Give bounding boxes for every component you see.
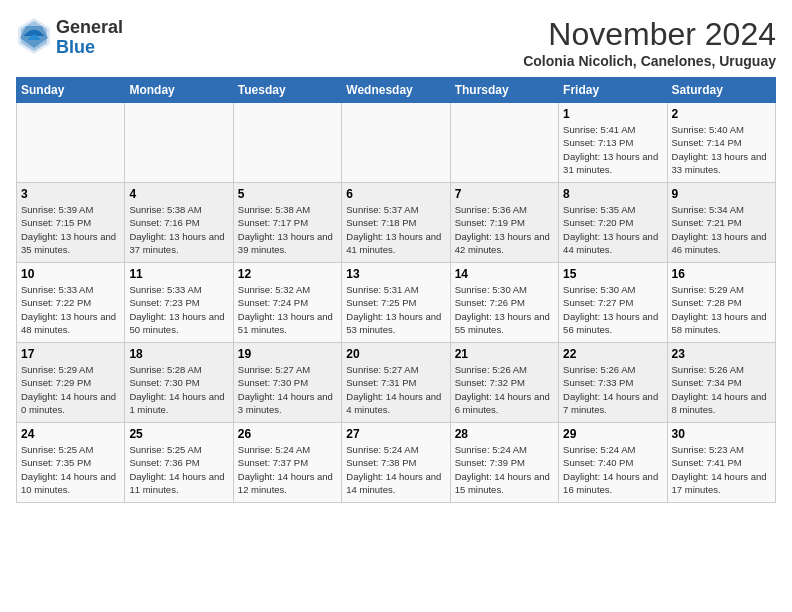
calendar-cell: 20Sunrise: 5:27 AM Sunset: 7:31 PM Dayli… <box>342 343 450 423</box>
day-info: Sunrise: 5:41 AM Sunset: 7:13 PM Dayligh… <box>563 123 662 176</box>
day-info: Sunrise: 5:31 AM Sunset: 7:25 PM Dayligh… <box>346 283 445 336</box>
day-number: 25 <box>129 427 228 441</box>
calendar-cell <box>233 103 341 183</box>
calendar-cell: 28Sunrise: 5:24 AM Sunset: 7:39 PM Dayli… <box>450 423 558 503</box>
day-number: 13 <box>346 267 445 281</box>
calendar-cell: 17Sunrise: 5:29 AM Sunset: 7:29 PM Dayli… <box>17 343 125 423</box>
day-header-saturday: Saturday <box>667 78 775 103</box>
day-info: Sunrise: 5:26 AM Sunset: 7:32 PM Dayligh… <box>455 363 554 416</box>
calendar-cell: 9Sunrise: 5:34 AM Sunset: 7:21 PM Daylig… <box>667 183 775 263</box>
day-info: Sunrise: 5:24 AM Sunset: 7:40 PM Dayligh… <box>563 443 662 496</box>
day-info: Sunrise: 5:30 AM Sunset: 7:26 PM Dayligh… <box>455 283 554 336</box>
location-subtitle: Colonia Nicolich, Canelones, Uruguay <box>523 53 776 69</box>
calendar-cell: 18Sunrise: 5:28 AM Sunset: 7:30 PM Dayli… <box>125 343 233 423</box>
calendar-week-row: 1Sunrise: 5:41 AM Sunset: 7:13 PM Daylig… <box>17 103 776 183</box>
calendar-cell: 23Sunrise: 5:26 AM Sunset: 7:34 PM Dayli… <box>667 343 775 423</box>
calendar-cell: 15Sunrise: 5:30 AM Sunset: 7:27 PM Dayli… <box>559 263 667 343</box>
month-title: November 2024 <box>523 16 776 53</box>
day-info: Sunrise: 5:24 AM Sunset: 7:39 PM Dayligh… <box>455 443 554 496</box>
logo-icon <box>16 16 52 60</box>
day-info: Sunrise: 5:40 AM Sunset: 7:14 PM Dayligh… <box>672 123 771 176</box>
day-header-sunday: Sunday <box>17 78 125 103</box>
day-number: 21 <box>455 347 554 361</box>
calendar-cell <box>342 103 450 183</box>
day-info: Sunrise: 5:24 AM Sunset: 7:37 PM Dayligh… <box>238 443 337 496</box>
day-info: Sunrise: 5:25 AM Sunset: 7:36 PM Dayligh… <box>129 443 228 496</box>
day-number: 24 <box>21 427 120 441</box>
day-number: 10 <box>21 267 120 281</box>
day-info: Sunrise: 5:39 AM Sunset: 7:15 PM Dayligh… <box>21 203 120 256</box>
calendar-cell: 14Sunrise: 5:30 AM Sunset: 7:26 PM Dayli… <box>450 263 558 343</box>
calendar-cell: 29Sunrise: 5:24 AM Sunset: 7:40 PM Dayli… <box>559 423 667 503</box>
day-number: 9 <box>672 187 771 201</box>
day-header-thursday: Thursday <box>450 78 558 103</box>
calendar-cell: 12Sunrise: 5:32 AM Sunset: 7:24 PM Dayli… <box>233 263 341 343</box>
day-number: 14 <box>455 267 554 281</box>
calendar-cell: 5Sunrise: 5:38 AM Sunset: 7:17 PM Daylig… <box>233 183 341 263</box>
calendar-cell: 19Sunrise: 5:27 AM Sunset: 7:30 PM Dayli… <box>233 343 341 423</box>
calendar-cell: 26Sunrise: 5:24 AM Sunset: 7:37 PM Dayli… <box>233 423 341 503</box>
day-number: 29 <box>563 427 662 441</box>
calendar-cell <box>125 103 233 183</box>
day-number: 22 <box>563 347 662 361</box>
day-number: 15 <box>563 267 662 281</box>
day-info: Sunrise: 5:24 AM Sunset: 7:38 PM Dayligh… <box>346 443 445 496</box>
day-number: 17 <box>21 347 120 361</box>
day-header-monday: Monday <box>125 78 233 103</box>
day-number: 12 <box>238 267 337 281</box>
calendar-cell: 8Sunrise: 5:35 AM Sunset: 7:20 PM Daylig… <box>559 183 667 263</box>
day-number: 26 <box>238 427 337 441</box>
day-number: 27 <box>346 427 445 441</box>
day-number: 28 <box>455 427 554 441</box>
calendar-cell: 11Sunrise: 5:33 AM Sunset: 7:23 PM Dayli… <box>125 263 233 343</box>
day-info: Sunrise: 5:36 AM Sunset: 7:19 PM Dayligh… <box>455 203 554 256</box>
day-info: Sunrise: 5:25 AM Sunset: 7:35 PM Dayligh… <box>21 443 120 496</box>
day-info: Sunrise: 5:27 AM Sunset: 7:30 PM Dayligh… <box>238 363 337 416</box>
logo-text: General Blue <box>56 18 123 58</box>
day-info: Sunrise: 5:26 AM Sunset: 7:34 PM Dayligh… <box>672 363 771 416</box>
calendar-cell <box>450 103 558 183</box>
calendar-header-row: SundayMondayTuesdayWednesdayThursdayFrid… <box>17 78 776 103</box>
calendar-cell: 3Sunrise: 5:39 AM Sunset: 7:15 PM Daylig… <box>17 183 125 263</box>
calendar-cell: 4Sunrise: 5:38 AM Sunset: 7:16 PM Daylig… <box>125 183 233 263</box>
day-info: Sunrise: 5:29 AM Sunset: 7:29 PM Dayligh… <box>21 363 120 416</box>
day-number: 8 <box>563 187 662 201</box>
day-number: 3 <box>21 187 120 201</box>
day-info: Sunrise: 5:27 AM Sunset: 7:31 PM Dayligh… <box>346 363 445 416</box>
calendar-cell: 27Sunrise: 5:24 AM Sunset: 7:38 PM Dayli… <box>342 423 450 503</box>
day-info: Sunrise: 5:35 AM Sunset: 7:20 PM Dayligh… <box>563 203 662 256</box>
day-header-tuesday: Tuesday <box>233 78 341 103</box>
calendar-cell: 10Sunrise: 5:33 AM Sunset: 7:22 PM Dayli… <box>17 263 125 343</box>
day-info: Sunrise: 5:29 AM Sunset: 7:28 PM Dayligh… <box>672 283 771 336</box>
calendar-cell: 13Sunrise: 5:31 AM Sunset: 7:25 PM Dayli… <box>342 263 450 343</box>
calendar-cell: 1Sunrise: 5:41 AM Sunset: 7:13 PM Daylig… <box>559 103 667 183</box>
day-number: 5 <box>238 187 337 201</box>
day-info: Sunrise: 5:38 AM Sunset: 7:17 PM Dayligh… <box>238 203 337 256</box>
logo-general: General <box>56 18 123 38</box>
day-info: Sunrise: 5:33 AM Sunset: 7:22 PM Dayligh… <box>21 283 120 336</box>
day-info: Sunrise: 5:23 AM Sunset: 7:41 PM Dayligh… <box>672 443 771 496</box>
calendar-week-row: 24Sunrise: 5:25 AM Sunset: 7:35 PM Dayli… <box>17 423 776 503</box>
calendar-cell <box>17 103 125 183</box>
day-info: Sunrise: 5:37 AM Sunset: 7:18 PM Dayligh… <box>346 203 445 256</box>
logo: General Blue <box>16 16 123 60</box>
calendar-cell: 16Sunrise: 5:29 AM Sunset: 7:28 PM Dayli… <box>667 263 775 343</box>
day-info: Sunrise: 5:30 AM Sunset: 7:27 PM Dayligh… <box>563 283 662 336</box>
calendar-cell: 7Sunrise: 5:36 AM Sunset: 7:19 PM Daylig… <box>450 183 558 263</box>
day-header-friday: Friday <box>559 78 667 103</box>
day-number: 6 <box>346 187 445 201</box>
day-number: 16 <box>672 267 771 281</box>
day-info: Sunrise: 5:32 AM Sunset: 7:24 PM Dayligh… <box>238 283 337 336</box>
day-number: 2 <box>672 107 771 121</box>
day-number: 1 <box>563 107 662 121</box>
day-number: 30 <box>672 427 771 441</box>
day-number: 19 <box>238 347 337 361</box>
calendar-cell: 25Sunrise: 5:25 AM Sunset: 7:36 PM Dayli… <box>125 423 233 503</box>
logo-blue: Blue <box>56 38 123 58</box>
day-number: 23 <box>672 347 771 361</box>
title-area: November 2024 Colonia Nicolich, Canelone… <box>523 16 776 69</box>
day-number: 18 <box>129 347 228 361</box>
calendar-week-row: 17Sunrise: 5:29 AM Sunset: 7:29 PM Dayli… <box>17 343 776 423</box>
day-info: Sunrise: 5:28 AM Sunset: 7:30 PM Dayligh… <box>129 363 228 416</box>
day-number: 11 <box>129 267 228 281</box>
